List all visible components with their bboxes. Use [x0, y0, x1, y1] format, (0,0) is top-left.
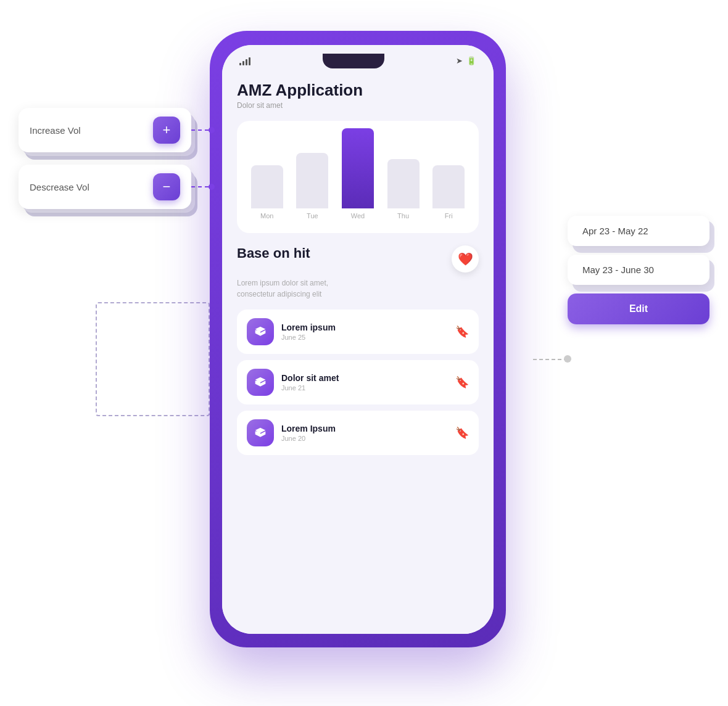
- bar-label-thu: Thu: [397, 212, 409, 220]
- battery-icon: 🔋: [466, 56, 476, 65]
- item-icon-1: [247, 318, 274, 345]
- decrease-vol-card: Descrease Vol −: [19, 165, 191, 209]
- item-date-3: June 20: [281, 435, 448, 442]
- edit-button[interactable]: Edit: [568, 293, 709, 324]
- right-dashed-connector: [533, 359, 568, 360]
- date-range-first: Apr 23 - May 22: [568, 216, 709, 246]
- left-dashed-box: [96, 302, 210, 416]
- item-title-1: Lorem ipsum: [281, 322, 448, 332]
- list-item-1[interactable]: Lorem ipsum June 25 🔖: [237, 310, 479, 354]
- item-icon-3: [247, 419, 274, 446]
- heart-button[interactable]: ❤️: [452, 245, 479, 273]
- bar-label-mon: Mon: [260, 212, 273, 220]
- phone-shell: ➤ 🔋 AMZ Application Dolor sit amet Mon T: [210, 31, 506, 647]
- section-header: Base on hit ❤️: [237, 245, 479, 273]
- bookmark-icon-3: 🔖: [455, 426, 469, 440]
- decrease-vol-label: Descrease Vol: [30, 182, 89, 192]
- list-item-2[interactable]: Dolor sit amet June 21 🔖: [237, 360, 479, 404]
- status-bar: ➤ 🔋: [222, 45, 494, 68]
- navigation-icon: ➤: [456, 56, 463, 65]
- increase-vol-label: Increase Vol: [30, 125, 81, 136]
- left-controls-panel: Increase Vol + Descrease Vol −: [19, 108, 191, 219]
- item-text-2: Dolor sit amet June 21: [281, 373, 448, 392]
- section-title: Base on hit: [237, 245, 310, 261]
- date-range-second: May 23 - June 30: [568, 255, 709, 285]
- bar-fri: Fri: [428, 165, 469, 220]
- chart-bars: Mon Tue Wed Thu: [247, 133, 469, 220]
- item-text-1: Lorem ipsum June 25: [281, 322, 448, 341]
- bar-label-fri: Fri: [445, 212, 453, 220]
- bar-label-tue: Tue: [307, 212, 318, 220]
- app-subtitle: Dolor sit amet: [237, 101, 479, 110]
- bar-tue: Tue: [292, 153, 333, 220]
- item-date-2: June 21: [281, 384, 448, 392]
- increase-vol-button[interactable]: +: [153, 117, 180, 144]
- notch: [323, 54, 384, 68]
- bar-label-wed: Wed: [351, 212, 365, 220]
- chart-area: Mon Tue Wed Thu: [237, 121, 479, 233]
- bar-thu: Thu: [383, 159, 424, 220]
- connector-dot-right: [564, 355, 571, 363]
- bar-mon: Mon: [247, 165, 287, 220]
- decrease-connector: [191, 184, 215, 190]
- battery-area: ➤ 🔋: [456, 56, 476, 65]
- bar-wed: Wed: [337, 128, 378, 220]
- list-item-3[interactable]: Lorem Ipsum June 20 🔖: [237, 411, 479, 455]
- signal-icon: [239, 57, 250, 65]
- app-content: AMZ Application Dolor sit amet Mon Tue W: [222, 68, 494, 634]
- increase-connector: [191, 127, 215, 133]
- item-text-3: Lorem Ipsum June 20: [281, 424, 448, 442]
- bookmark-icon-2: 🔖: [455, 376, 469, 389]
- bookmark-icon-1: 🔖: [455, 325, 469, 339]
- app-title: AMZ Application: [237, 81, 479, 100]
- item-icon-2: [247, 369, 274, 396]
- phone-screen: ➤ 🔋 AMZ Application Dolor sit amet Mon T: [222, 45, 494, 634]
- section-description: Lorem ipsum dolor sit amet,consectetur a…: [237, 277, 479, 300]
- item-title-2: Dolor sit amet: [281, 373, 448, 383]
- section-title-text: Base on hit: [237, 245, 310, 261]
- item-date-1: June 25: [281, 334, 448, 341]
- increase-vol-card: Increase Vol +: [19, 108, 191, 152]
- item-title-3: Lorem Ipsum: [281, 424, 448, 433]
- right-controls-panel: Apr 23 - May 22 May 23 - June 30 Edit: [568, 216, 709, 332]
- decrease-vol-button[interactable]: −: [153, 173, 180, 200]
